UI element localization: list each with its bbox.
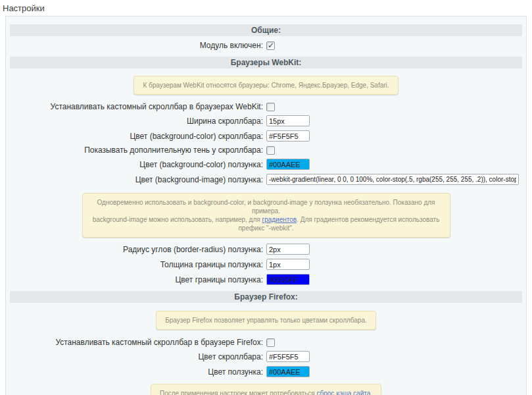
scrollbar-width-label: Ширина скроллбара: bbox=[10, 117, 266, 126]
field-row-firefox-thumb-color: Цвет ползунка: bbox=[10, 366, 522, 377]
firefox-thumb-color-label: Цвет ползунка: bbox=[10, 367, 266, 377]
scrollbar-shadow-checkbox[interactable] bbox=[266, 146, 275, 155]
section-header-general: Общие: bbox=[10, 24, 522, 36]
webkit-custom-scrollbar-label: Устанавливать кастомный скроллбар в брау… bbox=[10, 102, 266, 111]
field-row-thumb-border-radius: Радиус углов (border-radius) ползунка: bbox=[10, 244, 522, 255]
module-enabled-checkbox[interactable] bbox=[266, 41, 275, 50]
firefox-scrollbar-color-label: Цвет скроллбара: bbox=[10, 352, 266, 361]
thumb-border-radius-input[interactable] bbox=[266, 244, 310, 255]
note-gradient-line2-before: background-image можно использовать, нап… bbox=[93, 216, 262, 223]
note-cache-reset: После применения настроек может потребов… bbox=[151, 384, 381, 395]
firefox-thumb-color-input[interactable] bbox=[266, 366, 310, 377]
settings-panel: Общие: Модуль включен: Браузеры WebKit: … bbox=[5, 16, 527, 395]
field-row-scrollbar-width: Ширина скроллбара: bbox=[10, 115, 522, 126]
thumb-border-color-label: Цвет границы ползунка: bbox=[10, 275, 266, 284]
firefox-scrollbar-color-input[interactable] bbox=[266, 351, 310, 362]
module-enabled-label: Модуль включен: bbox=[10, 41, 266, 50]
field-row-thumb-border-color: Цвет границы ползунка: bbox=[10, 274, 522, 285]
thumb-bg-image-input[interactable] bbox=[266, 174, 519, 185]
note-gradient-usage: Одновременно использовать и background-c… bbox=[82, 193, 450, 238]
scrollbar-width-input[interactable] bbox=[266, 115, 310, 126]
thumb-bg-color-input[interactable] bbox=[266, 159, 310, 170]
field-row-thumb-bg-color: Цвет (background-color) ползунка: bbox=[10, 159, 522, 170]
thumb-border-color-input[interactable] bbox=[266, 274, 310, 285]
note-webkit-browsers: К браузерам WebKit относятся браузеры: C… bbox=[133, 76, 398, 95]
field-row-module-enabled: Модуль включен: bbox=[10, 41, 522, 50]
note-cache-after: . bbox=[370, 390, 372, 395]
field-row-scrollbar-shadow: Показывать дополнительную тень у скроллб… bbox=[10, 145, 522, 155]
scrollbar-bg-color-label: Цвет (background-color) скроллбара: bbox=[10, 132, 266, 141]
field-row-thumb-border-width: Толщина границы ползунка: bbox=[10, 259, 522, 270]
scrollbar-bg-color-input[interactable] bbox=[266, 130, 310, 142]
firefox-custom-scrollbar-checkbox[interactable] bbox=[266, 338, 275, 347]
thumb-border-width-label: Толщина границы ползунка: bbox=[10, 260, 266, 269]
page-title: Настройки bbox=[3, 3, 532, 13]
gradients-link[interactable]: градиентов bbox=[262, 216, 297, 223]
field-row-webkit-custom: Устанавливать кастомный скроллбар в брау… bbox=[10, 102, 522, 111]
field-row-scrollbar-bg-color: Цвет (background-color) скроллбара: bbox=[10, 130, 522, 142]
thumb-border-width-input[interactable] bbox=[266, 259, 310, 270]
scrollbar-shadow-label: Показывать дополнительную тень у скроллб… bbox=[10, 145, 266, 155]
note-cache-before: После применения настроек может потребов… bbox=[160, 390, 317, 395]
section-header-webkit: Браузеры WebKit: bbox=[10, 57, 522, 68]
webkit-custom-scrollbar-checkbox[interactable] bbox=[266, 103, 275, 111]
field-row-firefox-scrollbar-color: Цвет скроллбара: bbox=[10, 351, 522, 362]
thumb-bg-color-label: Цвет (background-color) ползунка: bbox=[10, 160, 266, 169]
field-row-firefox-custom: Устанавливать кастомный скроллбар в брау… bbox=[10, 338, 522, 347]
cache-reset-link[interactable]: сброс кэша сайта bbox=[317, 390, 371, 395]
thumb-bg-image-label: Цвет (background-image) ползунка: bbox=[10, 175, 266, 184]
note-firefox-limits: Браузер Firefox позволяет управлять толь… bbox=[156, 311, 376, 330]
firefox-custom-scrollbar-label: Устанавливать кастомный скроллбар в брау… bbox=[10, 338, 266, 347]
section-header-firefox: Браузер Firefox: bbox=[10, 291, 522, 303]
thumb-border-radius-label: Радиус углов (border-radius) ползунка: bbox=[10, 245, 266, 254]
field-row-thumb-bg-image: Цвет (background-image) ползунка: bbox=[10, 174, 522, 185]
note-gradient-line1: Одновременно использовать и background-c… bbox=[97, 199, 435, 215]
